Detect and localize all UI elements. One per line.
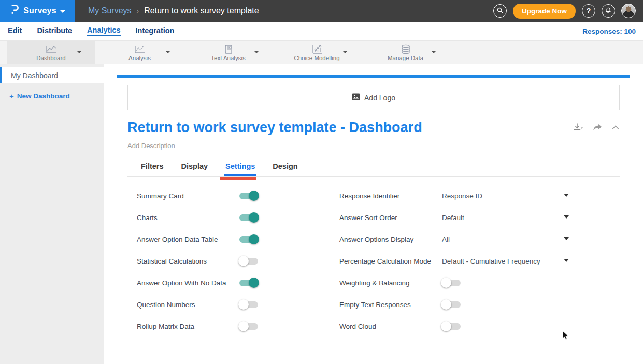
chevron-down-icon[interactable]: [342, 51, 348, 53]
empty-text-responses-toggle[interactable]: [442, 301, 461, 308]
setting-label: Rollup Matrix Data: [137, 323, 239, 330]
answer-option-no-data-toggle[interactable]: [239, 280, 258, 286]
tab-settings[interactable]: Settings: [225, 162, 255, 176]
search-button[interactable]: [493, 4, 507, 18]
summary-card-toggle[interactable]: [239, 193, 258, 199]
toolbar-analysis[interactable]: Analysis: [95, 41, 184, 64]
toolbar-manage-data[interactable]: Manage Data: [361, 41, 450, 64]
line-chart-icon: [45, 44, 58, 54]
chevron-down-icon[interactable]: [564, 259, 569, 262]
answer-options-display-select[interactable]: All: [442, 236, 450, 243]
weighting-balancing-toggle[interactable]: [442, 280, 461, 286]
chevron-down-icon[interactable]: [254, 51, 259, 53]
toggle-knob: [441, 278, 451, 288]
toggle-knob: [249, 212, 259, 223]
setting-row: Percentage Calculation ModeDefault - Cum…: [335, 250, 620, 272]
tab-settings-label: Settings: [225, 162, 255, 170]
charts-toggle[interactable]: [239, 214, 258, 221]
header-actions: Upgrade Now ?: [488, 0, 643, 22]
answer-option-data-table-toggle[interactable]: [239, 236, 258, 243]
dashboard-sidebar: My Dashboard + New Dashboard: [0, 64, 104, 364]
chevron-down-icon[interactable]: [564, 194, 569, 197]
bell-icon: [605, 7, 612, 16]
new-dashboard-button[interactable]: + New Dashboard: [9, 92, 104, 100]
toolbar-dashboard[interactable]: Dashboard: [7, 41, 95, 64]
percentage-calculation-mode-select[interactable]: Default - Cumulative Frequency: [442, 257, 540, 265]
tab-filters[interactable]: Filters: [141, 162, 164, 176]
new-dashboard-label: New Dashboard: [17, 92, 70, 100]
setting-label: Empty Text Responses: [339, 301, 442, 309]
toolbar-dashboard-label: Dashboard: [36, 55, 65, 61]
toolbar-manage-data-label: Manage Data: [388, 55, 423, 61]
setting-row: Answer Option Data Table: [127, 228, 330, 250]
toggle-knob: [238, 256, 249, 266]
setting-label: Question Numbers: [137, 301, 239, 309]
add-description-field[interactable]: Add Description: [127, 142, 620, 150]
chevron-down-icon[interactable]: [431, 51, 436, 53]
setting-row: Question Numbers: [127, 294, 330, 315]
database-icon: [400, 44, 411, 54]
setting-row: Empty Text Responses: [335, 294, 620, 315]
sidebar-item-my-dashboard[interactable]: My Dashboard: [0, 67, 104, 83]
setting-label: Percentage Calculation Mode: [339, 257, 442, 265]
toggle-knob: [238, 299, 249, 310]
toolbar-analysis-label: Analysis: [128, 55, 151, 61]
setting-row: Statistical Calculations: [127, 250, 330, 272]
setting-row: Answer Option With No Data: [127, 272, 330, 294]
app-logo-menu[interactable]: Surveys: [0, 0, 75, 22]
chevron-down-icon[interactable]: [564, 215, 569, 219]
breadcrumb: My Surveys › Return to work survey templ…: [75, 0, 488, 22]
response-identifier-select[interactable]: Response ID: [442, 192, 482, 200]
download-button[interactable]: [573, 123, 583, 132]
notifications-button[interactable]: [602, 4, 615, 18]
help-button[interactable]: ?: [582, 4, 595, 18]
setting-row: Answer Sort OrderDefault: [335, 207, 620, 228]
setting-label: Answer Sort Order: [339, 214, 442, 222]
tab-design[interactable]: Design: [273, 162, 297, 176]
setting-row: Response IdentifierResponse ID: [335, 185, 620, 207]
toggle-knob: [238, 321, 249, 331]
chevron-down-icon[interactable]: [564, 237, 569, 240]
chevron-down-icon[interactable]: [77, 51, 82, 53]
setting-row: Word Cloud: [335, 315, 620, 337]
sidebar-item-label: My Dashboard: [11, 71, 58, 80]
nav-analytics[interactable]: Analytics: [87, 26, 120, 36]
breadcrumb-separator-icon: ›: [137, 7, 139, 15]
statistical-calculations-toggle[interactable]: [239, 258, 258, 265]
rollup-matrix-data-toggle[interactable]: [239, 323, 258, 330]
toolbar-text-analysis[interactable]: Text Analysis: [184, 41, 273, 64]
collapse-button[interactable]: [611, 124, 620, 130]
share-button[interactable]: [592, 123, 603, 132]
questionpro-logo-icon: [9, 4, 20, 18]
tab-display[interactable]: Display: [181, 162, 208, 176]
settings-right-column: Response IdentifierResponse ID Answer So…: [335, 185, 620, 337]
dashboard-actions: [573, 120, 620, 132]
breadcrumb-parent[interactable]: My Surveys: [88, 6, 132, 16]
analytics-toolbar: Dashboard Analysis Text Analysis: [0, 40, 643, 64]
dashboard-tabs: Filters Display Settings Design: [127, 162, 620, 177]
question-numbers-toggle[interactable]: [239, 301, 258, 308]
product-name: Surveys: [23, 6, 56, 16]
add-logo-dropzone[interactable]: Add Logo: [127, 85, 620, 110]
responses-count[interactable]: Responses: 100: [582, 27, 636, 35]
setting-row: Rollup Matrix Data: [127, 315, 330, 337]
toggle-knob: [249, 234, 259, 244]
red-annotation-marker: [220, 177, 256, 180]
question-mark-icon: ?: [587, 7, 591, 15]
upgrade-now-button[interactable]: Upgrade Now: [513, 4, 576, 19]
nav-edit[interactable]: Edit: [8, 26, 22, 36]
setting-label: Answer Option With No Data: [137, 279, 239, 287]
dashboard-title[interactable]: Return to work survey template - Dashboa…: [127, 120, 422, 136]
setting-label: Answer Option Data Table: [137, 236, 239, 243]
user-avatar[interactable]: [621, 4, 636, 18]
chevron-down-icon[interactable]: [165, 51, 170, 53]
nav-integration[interactable]: Integration: [136, 26, 175, 36]
answer-sort-order-select[interactable]: Default: [442, 214, 464, 222]
nav-distribute[interactable]: Distribute: [37, 26, 72, 36]
toolbar-choice-modelling[interactable]: Choice Modelling: [273, 41, 361, 64]
word-cloud-toggle[interactable]: [442, 323, 461, 330]
text-analysis-icon: [223, 44, 234, 54]
toggle-knob: [441, 299, 451, 310]
setting-label: Response Identifier: [339, 192, 442, 200]
setting-row: Weighting & Balancing: [335, 272, 620, 294]
